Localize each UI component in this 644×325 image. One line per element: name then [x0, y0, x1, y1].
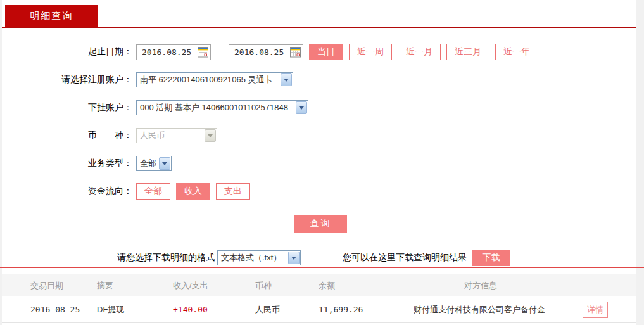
chevron-down-icon: [205, 129, 216, 142]
download-format-value: 文本格式（.txt）: [221, 252, 281, 264]
register-account-label: 请选择注册账户：: [2, 74, 136, 86]
header-summary: 摘要: [97, 280, 173, 291]
sub-account-label: 下挂账户：: [2, 102, 136, 113]
query-row: 查询: [2, 215, 636, 233]
currency-select: 人民币: [136, 128, 217, 143]
download-format-select[interactable]: 文本格式（.txt）: [217, 250, 301, 265]
start-date-value: 2016.08.25: [142, 48, 191, 57]
business-type-row: 业务类型： 全部: [2, 155, 636, 172]
business-type-value: 全部: [140, 158, 156, 169]
sub-account-row: 下挂账户： 000 活期 基本户 1406600101102571848: [2, 99, 636, 117]
download-hint: 您可以在这里下载查询明细结果: [343, 252, 467, 264]
download-format-label: 请您选择下载明细的格式: [117, 252, 215, 264]
cell-counterparty: 财付通支付科技有限公司客户备付金: [414, 304, 583, 315]
cell-amount: +140.00: [173, 305, 255, 314]
chevron-down-icon[interactable]: [281, 73, 292, 86]
fund-flow-row: 资金流向： 全部 收入 支出: [2, 182, 636, 200]
cell-trade-date: 2016-08-25: [2, 305, 97, 314]
query-form: 起止日期： 2016.08.25 — 2016.08.25: [2, 28, 636, 266]
chevron-down-icon[interactable]: [296, 101, 307, 114]
register-account-select[interactable]: 南平 6222001406100921065 灵通卡: [136, 72, 293, 87]
cell-currency: 人民币: [255, 304, 319, 315]
business-type-label: 业务类型：: [2, 158, 136, 169]
cell-balance: 11,699.26: [319, 305, 414, 314]
sub-account-value: 000 活期 基本户 1406600101102571848: [140, 102, 288, 113]
calendar-icon[interactable]: [198, 47, 208, 58]
query-button[interactable]: 查询: [294, 215, 347, 233]
right-gutter: [636, 0, 644, 325]
calendar-icon[interactable]: [290, 47, 301, 58]
start-date-input[interactable]: 2016.08.25: [136, 44, 211, 60]
end-date-value: 2016.08.25: [234, 48, 284, 57]
date-range-row: 起止日期： 2016.08.25 — 2016.08.25: [2, 43, 636, 61]
currency-label: 币 种：: [2, 130, 136, 141]
business-type-select[interactable]: 全部: [136, 156, 172, 171]
download-row: 请您选择下载明细的格式 文本格式（.txt） 您可以在这里下载查询明细结果 下载: [2, 250, 636, 266]
quick-range-quarter-button[interactable]: 近三月: [446, 44, 489, 60]
header-counterparty: 对方信息: [414, 280, 583, 291]
currency-row: 币 种： 人民币: [2, 127, 636, 144]
header-income-expense: 收入/支出: [173, 280, 255, 291]
chevron-down-icon[interactable]: [288, 252, 300, 264]
table-row: 2016-08-25 DF提现 +140.00 人民币 11,699.26 财付…: [2, 296, 636, 323]
table-header-row: 交易日期 摘要 收入/支出 币种 余额 对方信息: [2, 274, 636, 296]
tab-underline: [2, 27, 636, 28]
end-date-input[interactable]: 2016.08.25: [229, 44, 303, 60]
quick-range-week-button[interactable]: 近一周: [349, 44, 392, 60]
register-account-row: 请选择注册账户： 南平 6222001406100921065 灵通卡: [2, 71, 636, 89]
detail-button[interactable]: 详情: [583, 302, 608, 318]
cell-action: 详情: [583, 302, 636, 318]
header-currency: 币种: [255, 280, 319, 291]
date-range-dash: —: [215, 47, 224, 57]
header-trade-date: 交易日期: [2, 280, 97, 291]
quick-range-month-button[interactable]: 近一月: [398, 44, 441, 60]
section-divider: [0, 267, 644, 268]
quick-range-year-button[interactable]: 近一年: [495, 44, 538, 60]
fund-flow-income-button[interactable]: 收入: [176, 183, 210, 200]
chevron-down-icon[interactable]: [159, 157, 170, 170]
date-range-label: 起止日期：: [2, 46, 136, 58]
tab-bar: 明细查询: [2, 0, 636, 28]
fund-flow-expense-button[interactable]: 支出: [216, 183, 250, 200]
detail-query-panel: 明细查询 起止日期： 2016.08.25 —: [2, 0, 636, 325]
sub-account-select[interactable]: 000 活期 基本户 1406600101102571848: [136, 100, 308, 115]
cell-summary: DF提现: [97, 304, 173, 315]
download-button[interactable]: 下载: [472, 250, 510, 266]
fund-flow-label: 资金流向：: [2, 186, 136, 197]
tab-detail-query[interactable]: 明细查询: [5, 5, 98, 27]
quick-range-today-button[interactable]: 当日: [309, 44, 343, 60]
register-account-value: 南平 6222001406100921065 灵通卡: [140, 74, 273, 86]
results-table: 交易日期 摘要 收入/支出 币种 余额 对方信息 2016-08-25 DF提现…: [2, 274, 636, 323]
fund-flow-all-button[interactable]: 全部: [136, 183, 170, 200]
currency-value: 人民币: [140, 130, 165, 141]
header-balance: 余额: [319, 280, 414, 291]
